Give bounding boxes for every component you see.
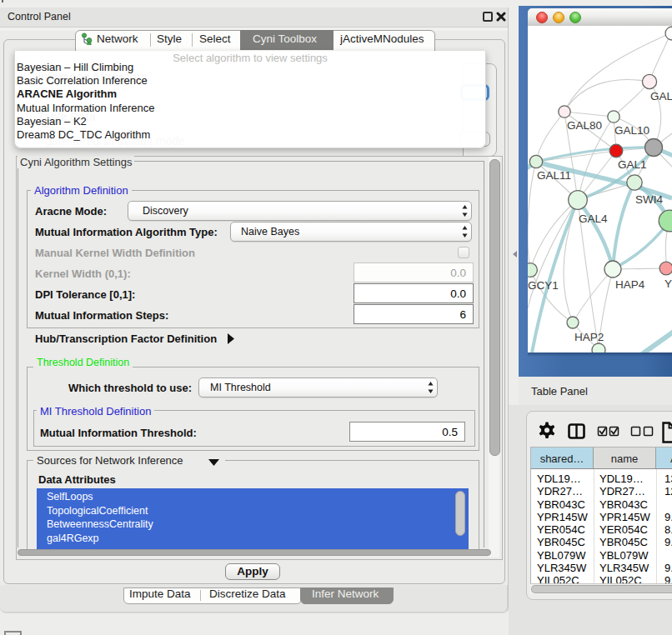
svg-text:GAL1: GAL1 (618, 158, 647, 171)
svg-text:GAL4: GAL4 (579, 212, 608, 225)
svg-text:GAL10: GAL10 (614, 124, 649, 137)
svg-text:GCY1: GCY1 (528, 279, 559, 292)
svg-text:SWI4: SWI4 (635, 193, 663, 206)
svg-text:GAL11: GAL11 (537, 169, 571, 182)
svg-text:GAL80: GAL80 (567, 119, 602, 132)
svg-text:GAL7: GAL7 (650, 90, 672, 102)
svg-text:HAP4: HAP4 (615, 278, 645, 291)
svg-text:YM: YM (664, 278, 672, 290)
svg-text:HAP2: HAP2 (574, 331, 604, 343)
